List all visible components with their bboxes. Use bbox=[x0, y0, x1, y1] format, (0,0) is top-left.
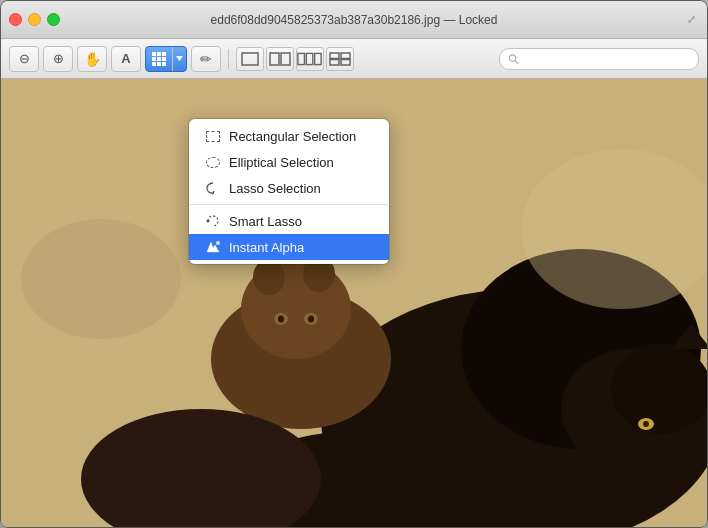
triple-view-icon bbox=[297, 52, 323, 66]
zoom-out-icon: ⊖ bbox=[19, 51, 30, 66]
ellip-sel-shape bbox=[206, 157, 220, 168]
traffic-lights bbox=[9, 13, 60, 26]
content-area: Rectangular Selection Elliptical Selecti… bbox=[1, 79, 707, 527]
pan-icon: ✋ bbox=[84, 51, 101, 67]
svg-line-20 bbox=[515, 60, 518, 63]
search-input[interactable] bbox=[523, 52, 690, 66]
titlebar: edd6f08dd9045825373ab387a30b2186.jpg — L… bbox=[1, 1, 707, 39]
svg-rect-1 bbox=[157, 52, 161, 56]
text-button[interactable]: A bbox=[111, 46, 141, 72]
pan-button[interactable]: ✋ bbox=[77, 46, 107, 72]
svg-rect-8 bbox=[162, 62, 166, 66]
menu-item-instant-alpha[interactable]: Instant Alpha bbox=[189, 234, 389, 260]
view-buttons bbox=[236, 47, 354, 71]
svg-point-41 bbox=[207, 220, 210, 223]
view-triple-button[interactable] bbox=[296, 47, 324, 71]
lasso-shape bbox=[205, 181, 221, 195]
svg-rect-12 bbox=[298, 53, 305, 64]
close-button[interactable] bbox=[9, 13, 22, 26]
svg-rect-6 bbox=[152, 62, 156, 66]
text-icon: A bbox=[121, 51, 130, 66]
selection-grid-icon bbox=[152, 52, 166, 66]
selection-tool-button[interactable] bbox=[145, 46, 187, 72]
svg-rect-16 bbox=[341, 53, 350, 59]
menu-item-smart-lasso[interactable]: Smart Lasso bbox=[189, 208, 389, 234]
smart-lasso-label: Smart Lasso bbox=[229, 214, 302, 229]
smart-lasso-icon bbox=[205, 213, 221, 229]
view-double-button[interactable] bbox=[266, 47, 294, 71]
svg-rect-9 bbox=[242, 53, 258, 65]
maximize-button[interactable] bbox=[47, 13, 60, 26]
toolbar-separator-1 bbox=[228, 49, 229, 69]
svg-rect-7 bbox=[157, 62, 161, 66]
svg-rect-14 bbox=[315, 53, 322, 64]
svg-point-19 bbox=[509, 54, 515, 60]
resize-icon[interactable]: ⤢ bbox=[683, 12, 699, 28]
smart-lasso-shape bbox=[205, 214, 221, 228]
svg-rect-18 bbox=[341, 59, 350, 65]
menu-item-lasso-selection[interactable]: Lasso Selection bbox=[189, 175, 389, 201]
window-title: edd6f08dd9045825373ab387a30b2186.jpg — L… bbox=[211, 13, 498, 27]
zoom-out-button[interactable]: ⊖ bbox=[9, 46, 39, 72]
rectangular-selection-icon bbox=[205, 128, 221, 144]
zoom-in-icon: ⊕ bbox=[53, 51, 64, 66]
pencil-button[interactable]: ✏ bbox=[191, 46, 221, 72]
instant-alpha-shape bbox=[205, 240, 221, 254]
search-box[interactable] bbox=[499, 48, 699, 70]
instant-alpha-icon bbox=[205, 239, 221, 255]
menu-item-elliptical-selection[interactable]: Elliptical Selection bbox=[189, 149, 389, 175]
svg-rect-10 bbox=[270, 53, 279, 65]
double-view-icon bbox=[269, 52, 291, 66]
pencil-icon: ✏ bbox=[200, 51, 212, 67]
lasso-selection-icon bbox=[205, 180, 221, 196]
svg-rect-15 bbox=[330, 53, 339, 59]
instant-alpha-label: Instant Alpha bbox=[229, 240, 304, 255]
toolbar: ⊖ ⊕ ✋ A bbox=[1, 39, 707, 79]
svg-rect-3 bbox=[152, 57, 156, 61]
svg-rect-11 bbox=[281, 53, 290, 65]
dropdown-menu: Rectangular Selection Elliptical Selecti… bbox=[189, 119, 389, 264]
view-single-button[interactable] bbox=[236, 47, 264, 71]
rect-sel-shape bbox=[206, 131, 220, 142]
zoom-in-button[interactable]: ⊕ bbox=[43, 46, 73, 72]
svg-rect-5 bbox=[162, 57, 166, 61]
svg-rect-13 bbox=[306, 53, 313, 64]
main-window: edd6f08dd9045825373ab387a30b2186.jpg — L… bbox=[0, 0, 708, 528]
svg-point-37 bbox=[21, 219, 181, 339]
view-quad-button[interactable] bbox=[326, 47, 354, 71]
svg-point-27 bbox=[643, 421, 649, 427]
elliptical-selection-label: Elliptical Selection bbox=[229, 155, 334, 170]
svg-rect-0 bbox=[152, 52, 156, 56]
svg-point-34 bbox=[308, 316, 314, 323]
quad-view-icon bbox=[329, 52, 351, 66]
single-view-icon bbox=[241, 52, 259, 66]
svg-rect-4 bbox=[157, 57, 161, 61]
menu-item-rectangular-selection[interactable]: Rectangular Selection bbox=[189, 123, 389, 149]
selection-tool-arrow[interactable] bbox=[173, 47, 186, 71]
svg-point-35 bbox=[253, 259, 285, 295]
svg-point-33 bbox=[278, 316, 284, 323]
elliptical-selection-icon bbox=[205, 154, 221, 170]
menu-separator bbox=[189, 204, 389, 205]
minimize-button[interactable] bbox=[28, 13, 41, 26]
svg-rect-17 bbox=[330, 59, 339, 65]
rectangular-selection-label: Rectangular Selection bbox=[229, 129, 356, 144]
svg-rect-2 bbox=[162, 52, 166, 56]
chevron-down-icon bbox=[176, 56, 183, 61]
lasso-selection-label: Lasso Selection bbox=[229, 181, 321, 196]
search-icon bbox=[508, 53, 519, 65]
svg-point-25 bbox=[611, 344, 707, 434]
svg-point-42 bbox=[216, 241, 220, 245]
selection-tool-main[interactable] bbox=[146, 47, 173, 71]
